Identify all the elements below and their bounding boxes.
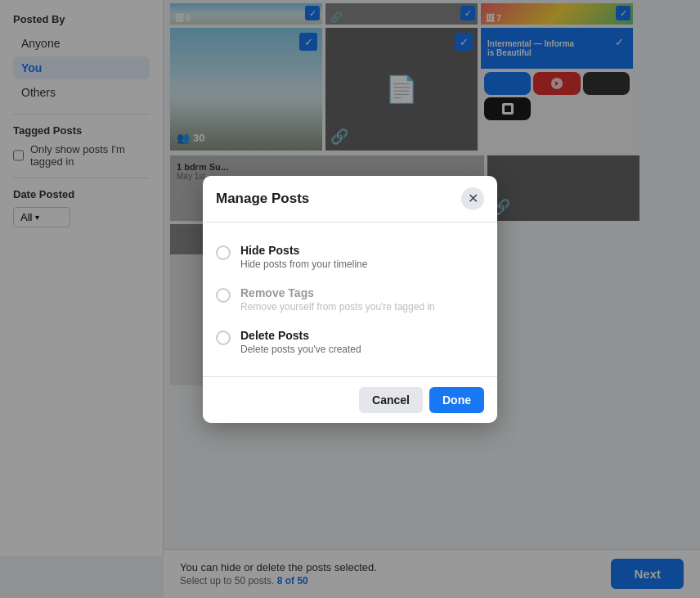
done-button[interactable]: Done <box>429 387 484 413</box>
manage-posts-modal: Manage Posts ✕ Hide Posts Hide posts fro… <box>203 176 497 423</box>
cancel-button[interactable]: Cancel <box>359 387 423 413</box>
modal-title: Manage Posts <box>216 191 309 207</box>
delete-posts-desc: Delete posts you've created <box>240 344 361 355</box>
hide-posts-desc: Hide posts from your timeline <box>240 259 367 270</box>
hide-posts-option[interactable]: Hide Posts Hide posts from your timeline <box>216 236 484 278</box>
hide-posts-title: Hide Posts <box>240 244 367 257</box>
delete-posts-option[interactable]: Delete Posts Delete posts you've created <box>216 321 484 363</box>
remove-tags-title: Remove Tags <box>240 286 435 299</box>
modal-overlay: Manage Posts ✕ Hide Posts Hide posts fro… <box>0 0 700 598</box>
delete-posts-content: Delete Posts Delete posts you've created <box>240 329 361 355</box>
remove-tags-radio[interactable] <box>216 288 231 303</box>
remove-tags-option[interactable]: Remove Tags Remove yourself from posts y… <box>216 278 484 321</box>
remove-tags-desc: Remove yourself from posts you're tagged… <box>240 301 435 312</box>
delete-posts-radio[interactable] <box>216 330 231 345</box>
modal-header: Manage Posts ✕ <box>203 176 497 223</box>
hide-posts-radio[interactable] <box>216 245 231 260</box>
delete-posts-title: Delete Posts <box>240 329 361 342</box>
hide-posts-content: Hide Posts Hide posts from your timeline <box>240 244 367 270</box>
remove-tags-content: Remove Tags Remove yourself from posts y… <box>240 286 435 312</box>
modal-footer: Cancel Done <box>203 376 497 423</box>
modal-close-button[interactable]: ✕ <box>461 187 484 210</box>
modal-body: Hide Posts Hide posts from your timeline… <box>203 223 497 376</box>
close-icon: ✕ <box>468 191 478 206</box>
